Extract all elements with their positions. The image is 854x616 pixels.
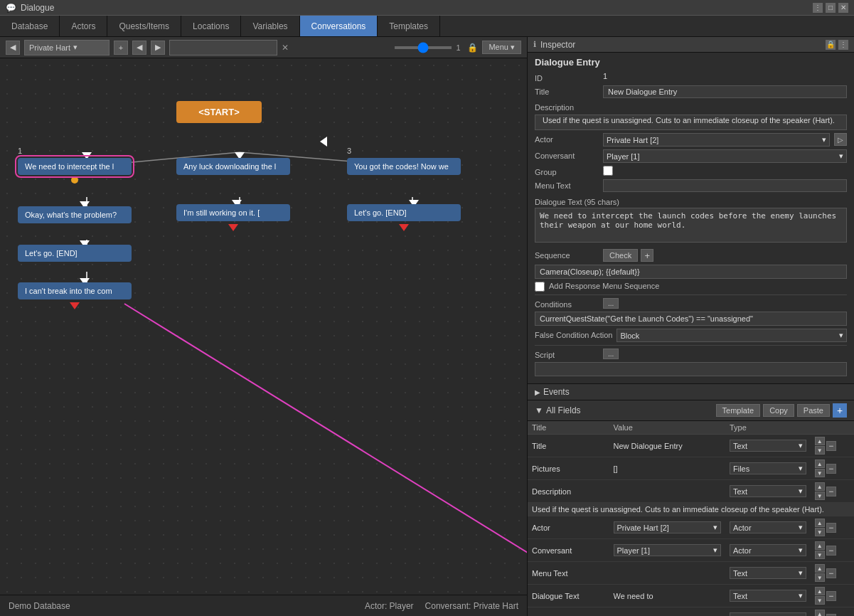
inspector-more-btn[interactable]: ⋮ bbox=[838, 40, 848, 50]
add-field-btn[interactable]: + bbox=[833, 403, 847, 418]
paste-btn[interactable]: Paste bbox=[797, 404, 830, 417]
field-remove-btn[interactable]: − bbox=[826, 546, 836, 556]
node-n8-label: I can't break into the com bbox=[18, 282, 132, 299]
zoom-value: 1 bbox=[456, 43, 463, 52]
field-type-cell: Actor▾ bbox=[725, 516, 811, 539]
tab-templates[interactable]: Templates bbox=[378, 16, 440, 36]
field-type-dropdown[interactable]: Actor▾ bbox=[730, 521, 806, 533]
field-up-btn[interactable]: ▲ bbox=[815, 460, 825, 468]
field-down-btn[interactable]: ▼ bbox=[815, 551, 825, 559]
close-btn[interactable]: ✕ bbox=[838, 3, 848, 13]
node-n3[interactable]: 3 You got the codes! Now we bbox=[347, 158, 461, 175]
tab-locations[interactable]: Locations bbox=[181, 16, 241, 36]
field-down-btn[interactable]: ▼ bbox=[815, 596, 825, 605]
field-remove-btn[interactable]: − bbox=[826, 487, 836, 496]
field-up-btn[interactable]: ▲ bbox=[815, 437, 825, 445]
description-span-cell: Used if the quest is unassigned. Cuts to… bbox=[528, 503, 854, 516]
response-menu-checkbox[interactable] bbox=[535, 282, 545, 292]
tab-quests[interactable]: Quests/Items bbox=[107, 16, 181, 36]
inspector-panel: ℹ Inspector 🔒 ⋮ Dialogue Entry ID 1 Titl… bbox=[527, 37, 854, 616]
tab-database[interactable]: Database bbox=[0, 16, 60, 36]
field-type-cell: Text▾ bbox=[725, 607, 811, 617]
id-value: 1 bbox=[603, 72, 847, 80]
conditions-more-btn[interactable]: ... bbox=[603, 298, 619, 309]
false-cond-dropdown[interactable]: Block▾ bbox=[617, 329, 847, 342]
zoom-slider[interactable] bbox=[395, 46, 452, 49]
conversant-field-dropdown[interactable]: Player [1]▾ bbox=[614, 544, 721, 556]
field-type-dropdown[interactable]: Text▾ bbox=[730, 567, 806, 579]
node-n7[interactable]: Let's go. [END] bbox=[18, 245, 132, 262]
connections-svg bbox=[0, 58, 527, 616]
title-input[interactable] bbox=[603, 85, 847, 98]
field-title-cell: Pictures bbox=[528, 457, 609, 480]
field-up-btn[interactable]: ▲ bbox=[815, 610, 825, 616]
field-down-btn[interactable]: ▼ bbox=[815, 446, 825, 455]
node-n2-label: Any luck downloading the l bbox=[176, 158, 290, 175]
desc-label: Description bbox=[535, 101, 599, 112]
node-start[interactable]: <START> bbox=[176, 101, 262, 123]
field-down-btn[interactable]: ▼ bbox=[815, 528, 825, 536]
field-up-btn[interactable]: ▲ bbox=[815, 519, 825, 527]
nav-back-btn[interactable]: ◀ bbox=[132, 41, 146, 55]
field-remove-btn[interactable]: − bbox=[826, 441, 836, 451]
events-header[interactable]: ▶ Events bbox=[528, 383, 854, 400]
template-btn[interactable]: Template bbox=[716, 404, 761, 417]
script-more-btn[interactable]: ... bbox=[603, 349, 619, 359]
search-input[interactable] bbox=[169, 40, 277, 55]
node-canvas[interactable]: <START> 1 We need to intercept the l bbox=[0, 58, 527, 616]
field-remove-btn[interactable]: − bbox=[826, 523, 836, 533]
field-title-cell: Description bbox=[528, 480, 609, 503]
canvas-toolbar: ◀ Private Hart ▾ + ◀ ▶ ✕ 1 🔒 Menu ▾ bbox=[0, 37, 527, 58]
copy-btn[interactable]: Copy bbox=[763, 404, 794, 417]
tab-variables[interactable]: Variables bbox=[241, 16, 299, 36]
node-n5[interactable]: I'm still working on it. [ bbox=[176, 204, 290, 234]
field-up-btn[interactable]: ▲ bbox=[815, 482, 825, 491]
field-type-dropdown[interactable]: Text▾ bbox=[730, 485, 806, 497]
menu-text-input[interactable] bbox=[603, 179, 847, 192]
node-n2[interactable]: Any luck downloading the l bbox=[176, 158, 290, 175]
field-value-cell: [] bbox=[609, 457, 725, 480]
field-remove-btn[interactable]: − bbox=[826, 568, 836, 578]
seq-plus-btn[interactable]: + bbox=[641, 249, 653, 262]
conversant-dropdown[interactable]: Player [1]▾ bbox=[603, 149, 847, 163]
field-up-btn[interactable]: ▲ bbox=[815, 541, 825, 550]
nav-fwd-btn[interactable]: ▶ bbox=[151, 41, 165, 55]
actor-field-dropdown[interactable]: Private Hart [2]▾ bbox=[614, 521, 721, 533]
node-n8[interactable]: I can't break into the com bbox=[18, 282, 132, 312]
search-clear[interactable]: ✕ bbox=[282, 43, 289, 53]
field-down-btn[interactable]: ▼ bbox=[815, 573, 825, 582]
field-type-dropdown[interactable]: Text▾ bbox=[730, 590, 806, 602]
field-up-btn[interactable]: ▲ bbox=[815, 587, 825, 595]
field-remove-btn[interactable]: − bbox=[826, 591, 836, 601]
actor-expand-btn[interactable]: ▷ bbox=[834, 133, 847, 146]
field-remove-btn[interactable]: − bbox=[826, 614, 836, 617]
dialogue-text-area[interactable] bbox=[535, 208, 847, 243]
field-type-cell: Actor▾ bbox=[725, 539, 811, 562]
field-down-btn[interactable]: ▼ bbox=[815, 492, 825, 500]
actor-dropdown[interactable]: Private Hart [2]▾ bbox=[603, 133, 830, 147]
field-up-btn[interactable]: ▲ bbox=[815, 564, 825, 573]
add-conv-btn[interactable]: + bbox=[114, 41, 128, 55]
inspector-lock-btn[interactable]: 🔒 bbox=[826, 40, 836, 50]
false-cond-label: False Condition Action bbox=[535, 329, 612, 339]
more-btn[interactable]: ⋮ bbox=[813, 3, 823, 13]
back-btn[interactable]: ◀ bbox=[6, 41, 20, 55]
id-label: ID bbox=[535, 72, 599, 83]
menu-btn[interactable]: Menu ▾ bbox=[482, 41, 521, 54]
field-down-btn[interactable]: ▼ bbox=[815, 469, 825, 477]
node-n6[interactable]: Let's go. [END] bbox=[347, 204, 461, 234]
conversation-select[interactable]: Private Hart ▾ bbox=[24, 40, 110, 55]
field-type-dropdown[interactable]: Files▾ bbox=[730, 462, 806, 474]
check-btn[interactable]: Check bbox=[603, 249, 638, 262]
field-type-dropdown[interactable]: Text▾ bbox=[730, 440, 806, 452]
node-n1[interactable]: 1 We need to intercept the l bbox=[18, 158, 132, 184]
node-n4[interactable]: Okay, what's the problem? bbox=[18, 206, 132, 223]
maximize-btn[interactable]: □ bbox=[826, 3, 836, 13]
field-type-dropdown[interactable]: Text▾ bbox=[730, 612, 806, 616]
field-type-dropdown[interactable]: Actor▾ bbox=[730, 544, 806, 556]
tab-conversations[interactable]: Conversations bbox=[300, 16, 378, 36]
group-checkbox[interactable] bbox=[603, 166, 613, 176]
table-row: Description Text▾ ▲ ▼ − bbox=[528, 480, 854, 503]
field-remove-btn[interactable]: − bbox=[826, 464, 836, 474]
tab-actors[interactable]: Actors bbox=[60, 16, 107, 36]
